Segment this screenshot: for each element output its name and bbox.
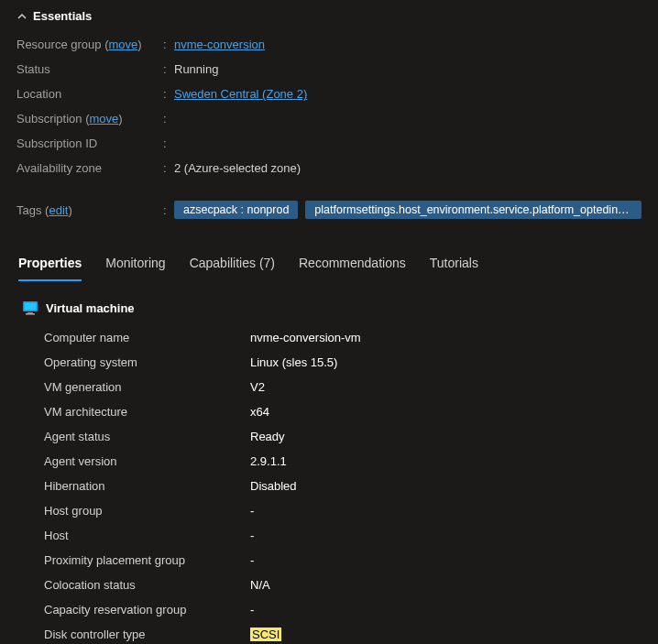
label-location: Location bbox=[16, 87, 163, 101]
essentials-grid: Resource group (move) : nvme-conversion … bbox=[16, 32, 642, 223]
property-row: Disk controller typeSCSI bbox=[16, 622, 642, 644]
chevron-up-icon bbox=[16, 11, 27, 22]
essentials-title: Essentials bbox=[33, 9, 92, 23]
property-value: - bbox=[250, 603, 254, 617]
property-row: Agent version2.9.1.1 bbox=[16, 449, 642, 474]
tag-pill[interactable]: platformsettings.host_environment.servic… bbox=[305, 201, 642, 219]
move-subscription-link[interactable]: move bbox=[90, 112, 119, 126]
tags-container: azsecpack : nonprod platformsettings.hos… bbox=[174, 201, 642, 219]
property-value: - bbox=[250, 504, 254, 518]
row-location: Location : Sweden Central (Zone 2) bbox=[16, 82, 642, 106]
property-value: nvme-conversion-vm bbox=[250, 331, 361, 344]
row-status: Status : Running bbox=[16, 57, 642, 82]
property-row: Capacity reservation group- bbox=[16, 597, 642, 622]
label-availability-zone: Availability zone bbox=[16, 161, 163, 175]
property-label: Agent status bbox=[16, 430, 250, 443]
property-value: x64 bbox=[250, 405, 269, 419]
label-tags: Tags bbox=[16, 203, 41, 217]
virtual-machine-icon bbox=[22, 300, 38, 316]
property-row: Operating systemLinux (sles 15.5) bbox=[16, 350, 642, 375]
resource-group-link[interactable]: nvme-conversion bbox=[174, 38, 265, 51]
tab-tutorials[interactable]: Tutorials bbox=[430, 250, 478, 281]
tag-pill[interactable]: azsecpack : nonprod bbox=[174, 201, 298, 219]
property-label: Computer name bbox=[16, 331, 250, 344]
row-subscription-id: Subscription ID : bbox=[16, 131, 642, 156]
vm-section: Virtual machine Computer namenvme-conver… bbox=[16, 300, 642, 644]
property-value: V2 bbox=[250, 380, 265, 394]
tab-recommendations[interactable]: Recommendations bbox=[299, 250, 406, 281]
tab-bar: Properties Monitoring Capabilities (7) R… bbox=[16, 250, 642, 281]
property-row: Host group- bbox=[16, 498, 642, 523]
edit-tags-link[interactable]: edit bbox=[49, 203, 68, 217]
label-status: Status bbox=[16, 62, 163, 76]
property-row: Agent statusReady bbox=[16, 424, 642, 449]
row-availability-zone: Availability zone : 2 (Azure-selected zo… bbox=[16, 156, 642, 180]
row-subscription: Subscription (move) : bbox=[16, 106, 642, 131]
vm-section-title: Virtual machine bbox=[46, 301, 135, 315]
property-row: HibernationDisabled bbox=[16, 474, 642, 498]
property-label: Host group bbox=[16, 504, 250, 518]
property-row: VM architecturex64 bbox=[16, 399, 642, 424]
property-value: - bbox=[250, 553, 254, 567]
label-subscription: Subscription bbox=[16, 112, 82, 126]
property-label: Colocation status bbox=[16, 578, 250, 592]
property-label: Proximity placement group bbox=[16, 553, 250, 567]
property-row: Host- bbox=[16, 523, 642, 548]
property-label: Hibernation bbox=[16, 479, 250, 493]
property-label: Disk controller type bbox=[16, 628, 250, 641]
property-value: SCSI bbox=[250, 628, 281, 641]
property-label: VM generation bbox=[16, 380, 250, 394]
value-availability-zone: 2 (Azure-selected zone) bbox=[174, 161, 642, 175]
property-label: Host bbox=[16, 529, 250, 542]
move-resource-group-link[interactable]: move bbox=[108, 38, 137, 51]
property-value: Linux (sles 15.5) bbox=[250, 355, 337, 369]
property-label: Capacity reservation group bbox=[16, 603, 250, 617]
property-row: VM generationV2 bbox=[16, 375, 642, 399]
property-value: N/A bbox=[250, 578, 270, 592]
essentials-toggle[interactable]: Essentials bbox=[16, 9, 642, 23]
row-resource-group: Resource group (move) : nvme-conversion bbox=[16, 32, 642, 57]
svg-rect-3 bbox=[26, 313, 35, 314]
property-row: Colocation statusN/A bbox=[16, 573, 642, 597]
property-label: Agent version bbox=[16, 454, 250, 468]
tab-capabilities[interactable]: Capabilities (7) bbox=[190, 250, 275, 281]
row-tags: Tags (edit) : azsecpack : nonprod platfo… bbox=[16, 197, 642, 223]
label-subscription-id: Subscription ID bbox=[16, 136, 163, 150]
property-row: Proximity placement group- bbox=[16, 548, 642, 573]
property-value: Ready bbox=[250, 430, 285, 443]
svg-rect-1 bbox=[25, 303, 37, 311]
location-link[interactable]: Sweden Central (Zone 2) bbox=[174, 87, 307, 101]
tab-properties[interactable]: Properties bbox=[18, 250, 82, 281]
property-value: Disabled bbox=[250, 479, 297, 493]
property-value: 2.9.1.1 bbox=[250, 454, 287, 468]
label-resource-group: Resource group bbox=[16, 38, 102, 51]
property-value: - bbox=[250, 529, 254, 542]
svg-rect-2 bbox=[27, 312, 33, 313]
tab-monitoring[interactable]: Monitoring bbox=[105, 250, 165, 281]
value-status: Running bbox=[174, 62, 642, 76]
property-label: VM architecture bbox=[16, 405, 250, 419]
property-label: Operating system bbox=[16, 355, 250, 369]
property-row: Computer namenvme-conversion-vm bbox=[16, 325, 642, 350]
